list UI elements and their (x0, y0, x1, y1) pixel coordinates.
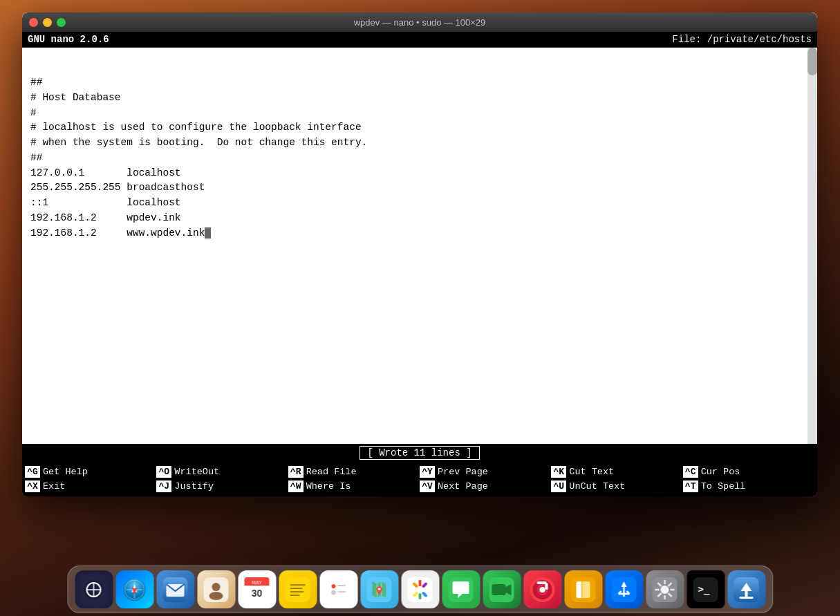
nano-footer: ^G Get Help ^O WriteOut ^R Read File ^Y … (22, 462, 817, 496)
minimize-button[interactable] (43, 18, 52, 27)
svg-line-40 (414, 584, 417, 586)
cmd-justify[interactable]: ^J Justify (156, 480, 288, 492)
nano-text: ## # Host Database # # localhost is used… (30, 75, 809, 241)
label-next-page: Next Page (438, 481, 488, 492)
key-ctrl-y: ^Y (420, 466, 435, 478)
key-ctrl-j: ^J (156, 480, 171, 492)
svg-point-28 (332, 590, 336, 595)
label-uncut-text: UnCut Text (569, 481, 625, 492)
key-ctrl-r: ^R (288, 466, 304, 478)
svg-point-13 (212, 583, 221, 591)
label-exit: Exit (43, 481, 65, 492)
nano-filename: File: /private/etc/hosts (672, 34, 812, 45)
cmd-get-help[interactable]: ^G Get Help (25, 466, 156, 478)
key-ctrl-o: ^O (156, 466, 171, 478)
cmd-to-spell[interactable]: ^T To Spell (683, 480, 814, 492)
nano-status-message: [ Wrote 11 lines ] (360, 446, 479, 460)
dock-launchpad-icon[interactable] (75, 570, 113, 608)
cmd-prev-page[interactable]: ^Y Prev Page (420, 466, 551, 478)
svg-line-41 (424, 593, 427, 596)
label-writeout: WriteOut (174, 467, 219, 477)
svg-point-64 (661, 586, 669, 594)
dock-itunes-icon[interactable] (523, 570, 561, 608)
key-ctrl-t: ^T (683, 480, 698, 492)
svg-rect-29 (338, 591, 346, 592)
label-read-file: Read File (306, 467, 357, 477)
title-bar-buttons (29, 18, 66, 27)
dock-terminal-icon[interactable]: >_ (687, 570, 725, 608)
dock-ibooks-icon[interactable] (564, 570, 602, 608)
svg-point-34 (378, 588, 381, 590)
dock-calendar-icon[interactable]: 30MAY (238, 570, 276, 608)
svg-rect-23 (290, 591, 304, 592)
svg-line-42 (424, 584, 427, 586)
scrollbar-track[interactable] (808, 48, 817, 444)
svg-rect-25 (326, 577, 351, 602)
nano-container: GNU nano 2.0.6 File: /private/etc/hosts … (22, 32, 817, 496)
cmd-next-page[interactable]: ^V Next Page (420, 480, 551, 492)
dock-notes-icon[interactable] (279, 570, 317, 608)
cmd-read-file[interactable]: ^R Read File (288, 466, 420, 478)
key-ctrl-g: ^G (25, 466, 40, 478)
nano-header: GNU nano 2.0.6 File: /private/etc/hosts (22, 32, 817, 48)
dock-safari-icon[interactable] (115, 570, 153, 608)
key-ctrl-v: ^V (420, 480, 435, 492)
nano-editor-content[interactable]: ## # Host Database # # localhost is used… (22, 48, 817, 444)
dock-maps-icon[interactable] (360, 570, 398, 608)
svg-point-51 (540, 587, 545, 592)
nano-footer-row-2: ^X Exit ^J Justify ^W Where Is ^V Next P… (22, 479, 817, 494)
macos-dock: 30MAY >_ (67, 566, 773, 613)
svg-rect-22 (290, 588, 303, 589)
cmd-uncut-text[interactable]: ^U UnCut Text (551, 480, 682, 492)
close-button[interactable] (29, 18, 38, 27)
dock-system-preferences-icon[interactable] (646, 570, 684, 608)
dock-photos-icon[interactable] (401, 570, 439, 608)
label-get-help: Get Help (43, 467, 88, 477)
window-title: wpdev — nano • sudo — 100×29 (354, 17, 486, 28)
dock-facetime-icon[interactable] (483, 570, 521, 608)
key-ctrl-k: ^K (551, 466, 566, 478)
dock-contacts-icon[interactable] (197, 570, 235, 608)
svg-rect-27 (338, 585, 346, 586)
cmd-cut-text[interactable]: ^K Cut Text (551, 466, 682, 478)
label-to-spell: To Spell (701, 481, 746, 492)
svg-text:>_: >_ (698, 584, 710, 595)
svg-text:30: 30 (252, 588, 263, 599)
title-bar: wpdev — nano • sudo — 100×29 (22, 12, 817, 32)
svg-rect-53 (537, 581, 547, 584)
svg-rect-77 (740, 597, 754, 599)
nano-version: GNU nano 2.0.6 (28, 34, 109, 45)
key-ctrl-c: ^C (683, 466, 698, 478)
label-prev-page: Prev Page (438, 467, 488, 477)
label-cut-text: Cut Text (569, 467, 614, 477)
cmd-exit[interactable]: ^X Exit (25, 480, 156, 492)
svg-rect-24 (290, 595, 300, 596)
key-ctrl-u: ^U (551, 480, 566, 492)
label-where-is: Where Is (306, 481, 351, 492)
scrollbar-thumb[interactable] (808, 48, 817, 75)
dock-messages-icon[interactable] (442, 570, 480, 608)
svg-line-43 (414, 593, 417, 596)
label-cur-pos: Cur Pos (701, 467, 740, 477)
maximize-button[interactable] (57, 18, 66, 27)
dock-downloads-icon[interactable] (727, 570, 765, 608)
svg-point-26 (332, 584, 336, 588)
svg-point-14 (209, 592, 223, 600)
cmd-where-is[interactable]: ^W Where Is (288, 480, 420, 492)
svg-text:MAY: MAY (252, 580, 262, 585)
cursor (205, 227, 211, 239)
cmd-writeout[interactable]: ^O WriteOut (156, 466, 288, 478)
dock-reminders-icon[interactable] (319, 570, 357, 608)
svg-rect-46 (492, 584, 506, 595)
terminal-window: wpdev — nano • sudo — 100×29 GNU nano 2.… (22, 12, 817, 496)
dock-appstore-icon[interactable] (605, 570, 643, 608)
nano-footer-row-1: ^G Get Help ^O WriteOut ^R Read File ^Y … (22, 465, 817, 479)
dock-mail-icon[interactable] (156, 570, 194, 608)
svg-rect-21 (290, 584, 306, 586)
key-ctrl-w: ^W (288, 480, 304, 492)
key-ctrl-x: ^X (25, 480, 40, 492)
svg-rect-56 (582, 581, 590, 598)
svg-rect-20 (286, 577, 310, 602)
label-justify: Justify (174, 481, 214, 492)
cmd-cur-pos[interactable]: ^C Cur Pos (683, 466, 814, 478)
